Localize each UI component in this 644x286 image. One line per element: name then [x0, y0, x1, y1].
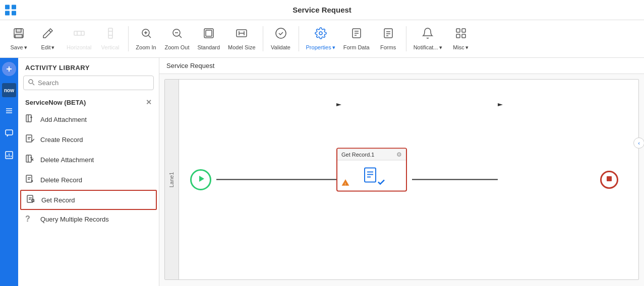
- svg-text:!: !: [344, 181, 345, 186]
- notifications-icon: [422, 27, 434, 42]
- edit-button[interactable]: Edit ▾: [34, 23, 62, 55]
- svg-rect-30: [456, 29, 460, 32]
- section-close-button[interactable]: ✕: [146, 98, 152, 106]
- svg-marker-54: [199, 176, 204, 182]
- rail-chart-icon[interactable]: [3, 149, 16, 164]
- sidebar-item-delete-record[interactable]: Delete Record: [18, 170, 159, 190]
- sidebar-item-add-attachment[interactable]: Add Attachment: [18, 109, 159, 129]
- rail-message-icon[interactable]: [3, 126, 16, 141]
- svg-marker-51: [336, 103, 341, 106]
- standard-button[interactable]: Standard: [194, 23, 223, 55]
- svg-line-17: [179, 36, 182, 38]
- svg-rect-2: [15, 34, 22, 38]
- svg-rect-1: [16, 29, 21, 32]
- validate-icon: [275, 27, 287, 42]
- canvas[interactable]: Lane1: [159, 74, 644, 285]
- add-attachment-icon: [25, 114, 35, 125]
- canvas-area: Service Request Lane1: [159, 58, 644, 286]
- svg-rect-44: [26, 115, 31, 122]
- edit-icon: [42, 27, 54, 42]
- svg-rect-31: [462, 29, 465, 32]
- end-node[interactable]: [600, 171, 618, 189]
- svg-rect-33: [462, 34, 465, 38]
- forms-button[interactable]: Forms: [375, 23, 402, 55]
- create-record-icon: [25, 134, 35, 145]
- svg-rect-32: [456, 34, 460, 38]
- node-gear-icon[interactable]: ⚙: [396, 151, 402, 158]
- svg-rect-37: [6, 130, 13, 135]
- search-icon: [28, 79, 35, 87]
- sidebar-item-create-record[interactable]: Create Record: [18, 129, 159, 150]
- zoom-out-button[interactable]: Zoom Out: [162, 23, 193, 55]
- svg-point-42: [29, 80, 33, 84]
- lane: Lane1: [164, 79, 639, 280]
- properties-button[interactable]: Properties ▾: [303, 23, 338, 55]
- misc-button[interactable]: Misc ▾: [447, 23, 475, 55]
- search-input[interactable]: [38, 79, 149, 87]
- activity-node-header: Get Record.1 ⚙: [337, 149, 406, 160]
- svg-line-43: [33, 84, 35, 86]
- play-icon: [197, 175, 205, 185]
- svg-rect-45: [26, 135, 32, 142]
- form-data-button[interactable]: Form Data: [340, 23, 373, 55]
- svg-rect-26: [384, 29, 392, 38]
- validate-button[interactable]: Validate: [267, 23, 295, 55]
- delete-attachment-icon: [25, 154, 35, 165]
- rail-list-icon[interactable]: [3, 104, 16, 119]
- svg-rect-19: [206, 30, 212, 36]
- form-data-icon: [350, 27, 363, 42]
- sidebar-item-get-record[interactable]: Get Record: [20, 190, 157, 210]
- svg-rect-47: [26, 175, 32, 182]
- standard-icon: [203, 27, 215, 42]
- canvas-title-bar: Service Request: [159, 58, 644, 74]
- zoom-in-button[interactable]: Zoom In: [133, 23, 160, 55]
- save-button[interactable]: Save ▾: [5, 23, 32, 55]
- vertical-icon: [104, 27, 116, 42]
- node-icon-container: [363, 166, 381, 184]
- rail-now-icon[interactable]: now: [2, 83, 16, 97]
- model-size-button[interactable]: Model Size: [225, 23, 258, 55]
- rail-plus-icon[interactable]: [2, 62, 16, 76]
- topbar: Service Request: [0, 0, 644, 20]
- svg-line-14: [148, 36, 151, 38]
- warning-icon: !: [341, 178, 349, 188]
- main-content: now ACTIVITY LIBRARY: [0, 58, 644, 286]
- zoom-in-icon: [140, 27, 152, 42]
- svg-rect-8: [108, 28, 112, 38]
- svg-point-21: [319, 32, 322, 35]
- horizontal-button[interactable]: Horizontal: [64, 23, 95, 55]
- get-record-icon: [26, 194, 36, 205]
- model-size-icon: [236, 27, 248, 42]
- toolbar: Save ▾ Edit ▾ Horizontal: [0, 20, 644, 58]
- svg-marker-53: [498, 103, 503, 106]
- search-box[interactable]: [23, 76, 154, 90]
- sidebar-header: ACTIVITY LIBRARY: [18, 58, 159, 76]
- sidebar-item-delete-attachment[interactable]: Delete Attachment: [18, 150, 159, 170]
- activity-node-body: !: [337, 160, 406, 190]
- sidebar-item-query-multiple[interactable]: ? Query Multiple Records: [18, 210, 159, 228]
- forms-icon: [382, 27, 394, 42]
- section-header: ServiceNow (BETA) ✕: [18, 95, 159, 109]
- vertical-button[interactable]: Vertical: [97, 23, 124, 55]
- lane-label: Lane1: [165, 80, 179, 279]
- horizontal-icon: [73, 27, 85, 42]
- query-multiple-icon: ?: [25, 214, 35, 224]
- svg-rect-46: [26, 155, 31, 162]
- zoom-out-icon: [171, 27, 183, 42]
- start-node[interactable]: [190, 169, 211, 190]
- svg-rect-5: [74, 31, 84, 35]
- stop-icon: [606, 176, 612, 183]
- notifications-button[interactable]: Notificat... ▾: [411, 23, 445, 55]
- misc-icon: [455, 27, 467, 42]
- sidebar: ACTIVITY LIBRARY ServiceNow (BETA) ✕: [18, 58, 159, 286]
- icon-rail: now: [0, 58, 18, 286]
- page-title: Service Request: [292, 6, 352, 14]
- get-record-node[interactable]: Get Record.1 ⚙ !: [336, 148, 407, 191]
- app-grid-icon[interactable]: [5, 5, 16, 15]
- properties-icon: [315, 27, 327, 42]
- delete-record-icon: [25, 174, 35, 185]
- svg-rect-61: [607, 176, 612, 181]
- save-icon: [13, 27, 25, 42]
